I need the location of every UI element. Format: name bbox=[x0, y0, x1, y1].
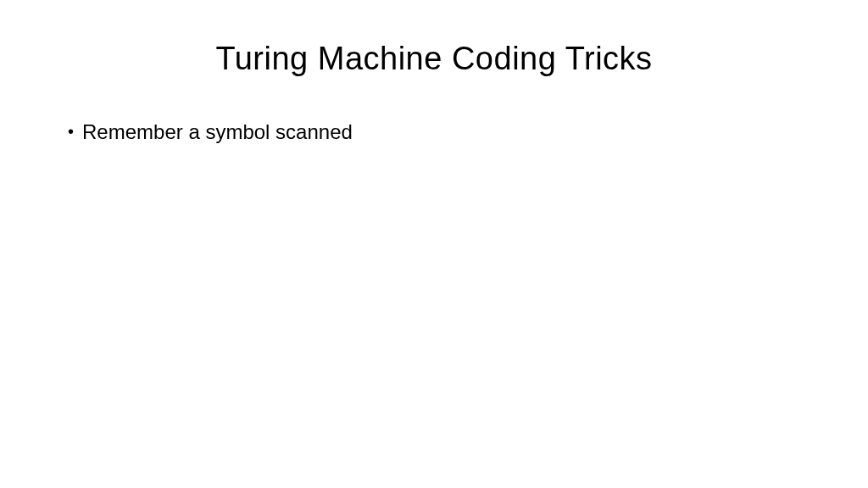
slide-content: • Remember a symbol scanned bbox=[61, 118, 807, 147]
bullet-item: • Remember a symbol scanned bbox=[68, 118, 807, 147]
bullet-dot-icon: • bbox=[68, 118, 74, 145]
slide-title: Turing Machine Coding Tricks bbox=[61, 41, 807, 77]
bullet-text: Remember a symbol scanned bbox=[82, 118, 353, 147]
